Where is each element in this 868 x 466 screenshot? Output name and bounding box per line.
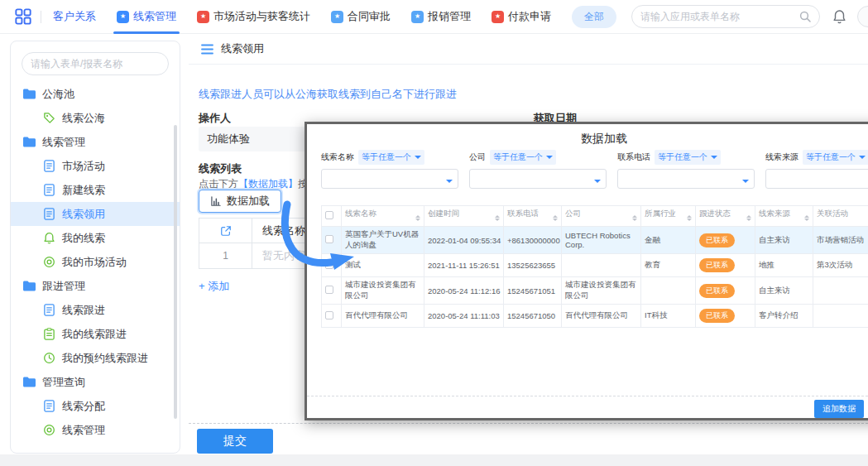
cell-company [562, 254, 641, 277]
filter-operator-label: 等于任意一个 [493, 151, 543, 163]
sidebar-search-input[interactable] [31, 58, 159, 70]
chevron-down-icon [859, 156, 866, 162]
row-checkbox[interactable] [325, 235, 333, 243]
tab-label: 合同审批 [348, 9, 391, 24]
cell-activity [813, 305, 868, 328]
chevron-down-icon[interactable] [594, 180, 601, 186]
col-header-status[interactable]: 跟进状态 [696, 206, 755, 227]
filter-company-input[interactable] [470, 170, 606, 188]
sidebar-item-lead-public-sea[interactable]: 线索公海 [11, 106, 180, 130]
table-header-row: 线索名称 创建时间 联系电话 公司 所属行业 跟进状态 线索来源 关联活动 [322, 206, 868, 227]
chevron-down-icon[interactable] [446, 180, 453, 186]
select-all-cell[interactable] [322, 206, 342, 227]
sort-icon[interactable] [632, 213, 637, 223]
tab-market-activity-stats[interactable]: ★ 市场活动与获客统计 [197, 0, 310, 34]
sort-icon[interactable] [746, 213, 751, 223]
sidebar-item-my-market-activity[interactable]: 我的市场活动 [11, 250, 180, 274]
tab-customer-relations[interactable]: 客户关系 [53, 0, 96, 34]
filter-input-box[interactable] [765, 169, 868, 189]
sidebar-folder-followup-management[interactable]: 跟进管理 [11, 274, 180, 298]
sidebar-folder-lead-management[interactable]: 线索管理 [11, 130, 180, 154]
col-header-lead-name[interactable]: 线索名称 [342, 206, 424, 227]
sidebar-item-lead-assignment[interactable]: 线索分配 [11, 394, 180, 418]
app-search-box[interactable] [631, 5, 820, 28]
sidebar-search-box[interactable] [22, 52, 169, 75]
app-search-input[interactable] [640, 11, 794, 22]
filter-operator-dropdown[interactable]: 等于任意一个 [655, 150, 721, 165]
leads-table: 线索名称 创建时间 联系电话 公司 所属行业 跟进状态 线索来源 关联活动 英国… [321, 205, 868, 328]
sidebar-item-label: 线索跟进 [62, 303, 105, 318]
filter-input-box[interactable] [321, 169, 458, 189]
tab-contract-approval[interactable]: ★ 合同审批 [331, 0, 391, 34]
sort-icon[interactable] [553, 213, 558, 223]
col-header-source[interactable]: 线索来源 [755, 206, 813, 227]
table-row[interactable]: 城市建设投资集团有限公司 2020-05-24 11:12:16 1524567… [322, 277, 868, 305]
filter-operator-dropdown[interactable]: 等于任意一个 [490, 150, 556, 165]
append-data-button[interactable]: 追加数据 [814, 400, 864, 418]
sidebar-folder-management-query[interactable]: 管理查询 [11, 370, 180, 394]
star-icon: ★ [411, 11, 424, 23]
top-navigation-bar: 客户关系 ★ 线索管理 ★ 市场活动与获客统计 ★ 合同审批 ★ 报销管理 ★ … [0, 0, 868, 34]
filter-phone-input[interactable] [618, 170, 754, 188]
data-load-button[interactable]: 数据加载 [199, 190, 281, 213]
chevron-down-icon[interactable] [742, 180, 749, 186]
avatar[interactable] [857, 6, 868, 27]
sort-icon[interactable] [804, 213, 809, 223]
row-checkbox[interactable] [325, 311, 333, 319]
sort-icon[interactable] [415, 213, 420, 223]
folder-icon [23, 136, 36, 148]
tab-lead-management[interactable]: ★ 线索管理 [117, 0, 176, 34]
tab-payment-request[interactable]: ★ 付款申请 [492, 0, 551, 34]
expand-cell[interactable] [199, 219, 252, 243]
sidebar-item-my-scheduled-followup[interactable]: 我的预约线索跟进 [11, 346, 180, 370]
sidebar-item-new-lead[interactable]: 新建线索 [11, 178, 180, 202]
menu-icon[interactable] [201, 44, 213, 55]
sidebar-scrollbar[interactable] [174, 125, 177, 419]
table-row[interactable]: 测试 2021-11-11 15:26:51 13525623655 教育 已联… [322, 254, 868, 277]
folder-icon [23, 280, 36, 292]
sort-icon[interactable] [687, 213, 692, 223]
sort-icon[interactable] [495, 213, 500, 223]
sidebar-item-label: 我的市场活动 [62, 255, 127, 270]
apps-grid-icon[interactable] [15, 8, 31, 25]
cell-lead-name: 测试 [342, 254, 424, 277]
sidebar-item-label: 我的预约线索跟进 [62, 351, 148, 366]
filter-input-box[interactable] [617, 169, 755, 189]
bell-icon[interactable] [832, 9, 846, 24]
sidebar-item-label: 我的线索跟进 [62, 327, 127, 342]
filter-operator-dropdown[interactable]: 等于任意一个 [803, 150, 868, 165]
sidebar-folder-public-pool[interactable]: 公海池 [11, 82, 180, 106]
filter-operator-dropdown[interactable]: 等于任意一个 [358, 150, 424, 165]
filter-operator-label: 等于任意一个 [362, 151, 411, 163]
filter-lead-source-input[interactable] [766, 170, 868, 188]
plus-icon: + [199, 280, 205, 292]
col-header-phone[interactable]: 联系电话 [504, 206, 562, 227]
sidebar-item-lead-management[interactable]: 线索管理 [11, 418, 180, 442]
cell-phone: +86130000000 [504, 227, 562, 254]
col-header-company[interactable]: 公司 [562, 206, 641, 227]
sidebar-item-my-leads[interactable]: 我的线索 [11, 226, 180, 250]
filter-input-box[interactable] [469, 169, 607, 189]
sidebar-item-market-activity[interactable]: 市场活动 [11, 154, 180, 178]
all-apps-pill[interactable]: 全部 [572, 6, 616, 28]
select-all-checkbox[interactable] [325, 211, 333, 219]
star-icon: ★ [117, 11, 129, 23]
col-header-industry[interactable]: 所属行业 [641, 206, 696, 227]
footer-divider [189, 423, 868, 424]
operator-label: 操作人 [199, 111, 231, 126]
cell-source: 地推 [755, 254, 813, 277]
target-icon [43, 424, 55, 436]
row-checkbox[interactable] [325, 286, 333, 294]
add-row-link[interactable]: + 添加 [199, 279, 229, 294]
col-header-activity[interactable]: 关联活动 [813, 206, 868, 227]
table-row[interactable]: 百代代理有限公司 2020-05-24 11:11:03 15245671050… [322, 305, 868, 328]
col-header-created[interactable]: 创建时间 [424, 206, 504, 227]
row-checkbox[interactable] [325, 261, 333, 269]
sidebar-item-lead-claim[interactable]: 线索领用 [11, 202, 180, 226]
sidebar-item-my-lead-followup[interactable]: 我的线索跟进 [11, 322, 180, 346]
filter-lead-name-input[interactable] [322, 170, 458, 188]
submit-button[interactable]: 提交 [197, 429, 273, 454]
tab-expense-management[interactable]: ★ 报销管理 [411, 0, 471, 34]
table-row[interactable]: 英国客户关于UV机器人的询盘 2022-01-04 09:55:34 +8613… [322, 227, 868, 254]
sidebar-item-lead-followup[interactable]: 线索跟进 [11, 298, 180, 322]
